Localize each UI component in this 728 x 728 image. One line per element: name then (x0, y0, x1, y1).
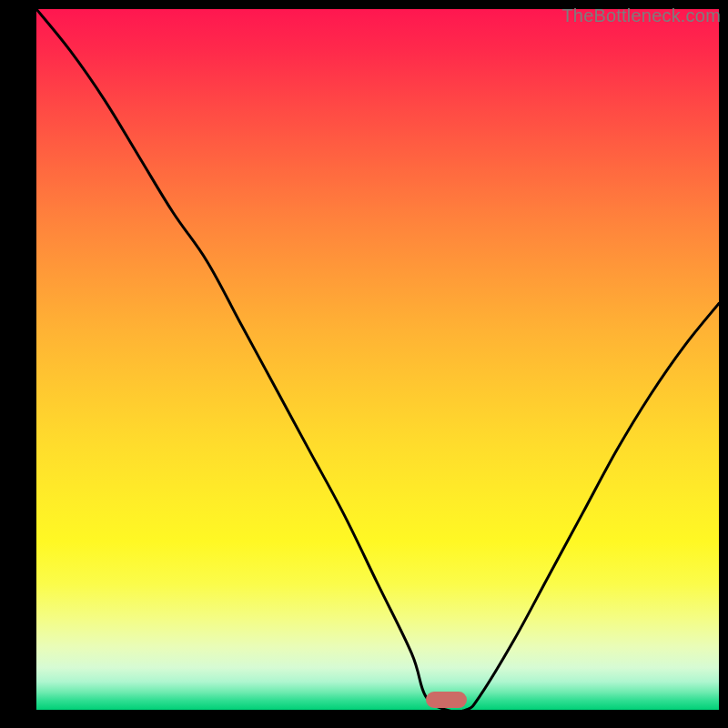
plot-area (36, 9, 719, 710)
optimal-marker (426, 692, 467, 708)
curve-svg (36, 9, 719, 710)
bottleneck-curve (36, 9, 719, 710)
watermark-text: TheBottleneck.com (561, 5, 721, 26)
chart-frame: TheBottleneck.com (0, 0, 728, 728)
